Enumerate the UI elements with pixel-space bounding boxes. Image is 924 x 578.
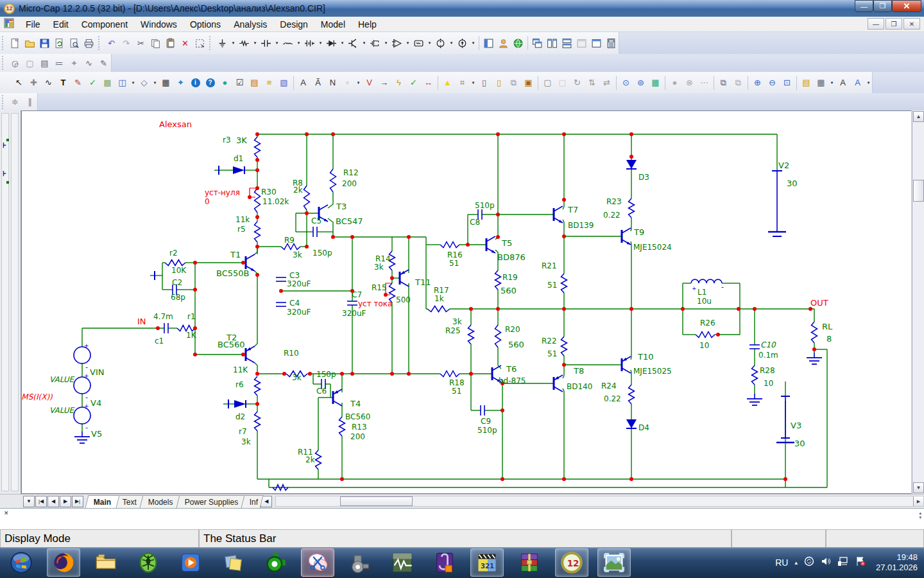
- box-select-button[interactable]: ▢: [540, 76, 555, 90]
- vertical-scroll-thumb[interactable]: [913, 180, 924, 202]
- menu-component[interactable]: Component: [75, 18, 134, 31]
- strip-close-icon[interactable]: ✕: [4, 510, 9, 516]
- redo-button[interactable]: ↷: [119, 36, 133, 50]
- menu-analysis[interactable]: Analysis: [227, 18, 273, 31]
- lines-button[interactable]: ≡: [262, 76, 277, 90]
- child-restore-button[interactable]: ❐: [886, 18, 902, 30]
- media-player[interactable]: [174, 548, 207, 577]
- node-caret[interactable]: ▾: [151, 76, 158, 90]
- find-button[interactable]: ⊙: [619, 76, 633, 90]
- opamp-component-button-caret[interactable]: ▾: [404, 36, 411, 50]
- font-button[interactable]: A: [835, 76, 850, 90]
- line-draw-button[interactable]: ✎: [71, 76, 85, 90]
- start-button[interactable]: [4, 548, 38, 577]
- stop-button[interactable]: ⊗: [682, 76, 697, 90]
- go-button[interactable]: ●: [667, 76, 682, 90]
- tab-list-button[interactable]: ▼: [23, 496, 35, 507]
- prev-page-button[interactable]: ◀: [47, 496, 59, 507]
- menu-design[interactable]: Design: [273, 18, 314, 31]
- tab-main[interactable]: Main: [85, 495, 120, 508]
- volume-tray-icon[interactable]: [821, 556, 831, 569]
- preferences-button[interactable]: ▤: [37, 56, 52, 70]
- clip-app[interactable]: [428, 548, 461, 577]
- child-minimize-button[interactable]: —: [868, 18, 884, 30]
- first-page-button[interactable]: |◀: [35, 496, 47, 507]
- zoom-area-button[interactable]: ⊡: [780, 76, 794, 90]
- spelling-button[interactable]: A: [850, 76, 865, 90]
- tile-vertical-button[interactable]: [545, 36, 560, 50]
- fixed-window-button[interactable]: ▢: [22, 56, 37, 70]
- page-view-button[interactable]: ▤: [799, 76, 814, 90]
- text-mode-button[interactable]: T: [56, 76, 71, 90]
- copy-button[interactable]: [148, 36, 163, 50]
- run-list-button[interactable]: ≔: [52, 56, 67, 70]
- flag-mode-button[interactable]: ✓: [85, 76, 100, 90]
- language-indicator[interactable]: RU: [775, 557, 788, 568]
- web-update-button[interactable]: [511, 36, 526, 50]
- macro-component-button[interactable]: [411, 36, 426, 50]
- shape-mode-button[interactable]: ◫: [115, 76, 130, 90]
- diode-component-button[interactable]: [324, 36, 339, 50]
- capacitor-component-button[interactable]: [259, 36, 273, 50]
- cut-button[interactable]: ✂: [133, 36, 148, 50]
- scroll-down-button[interactable]: ▼: [913, 482, 924, 493]
- show-off-button[interactable]: ▫: [340, 76, 355, 90]
- resistor-component-button-caret[interactable]: ▾: [252, 36, 259, 50]
- spider-app[interactable]: [132, 548, 165, 577]
- menu-help[interactable]: Help: [352, 18, 383, 31]
- capacitor-component-button-caret[interactable]: ▾: [273, 36, 280, 50]
- voltage-source-component-button[interactable]: [433, 36, 448, 50]
- page-add-button[interactable]: ▯: [477, 76, 492, 90]
- horizontal-scroll-thumb[interactable]: [340, 496, 413, 506]
- excel-button[interactable]: ▦: [648, 76, 663, 90]
- overlap-window-button[interactable]: [574, 36, 589, 50]
- tile-horizontal-button[interactable]: [560, 36, 574, 50]
- box-off-button[interactable]: ▢: [555, 76, 570, 90]
- new-file-button[interactable]: [8, 36, 22, 50]
- print-button[interactable]: [81, 36, 96, 50]
- animate-options-button[interactable]: ◶: [8, 56, 22, 70]
- mosfet-component-button[interactable]: [368, 36, 382, 50]
- show-nodes-button[interactable]: N: [325, 76, 340, 90]
- save-file-button[interactable]: [37, 36, 52, 50]
- plot-edit-button[interactable]: ✎: [96, 56, 111, 70]
- info-button[interactable]: i: [188, 76, 203, 90]
- table-button[interactable]: ▦: [158, 76, 173, 90]
- menu-file[interactable]: File: [19, 18, 47, 31]
- toolbar-grip[interactable]: [209, 36, 213, 50]
- toolbar-grip[interactable]: [2, 56, 6, 70]
- scroll-up-button[interactable]: ▲: [913, 111, 924, 122]
- link-button[interactable]: ⧉: [506, 76, 521, 90]
- sync-tray-icon[interactable]: [804, 556, 814, 569]
- warning-button[interactable]: ▲: [440, 76, 455, 90]
- media-player-classic[interactable]: 321: [470, 548, 504, 577]
- battery-component-button[interactable]: [302, 36, 317, 50]
- flame-button[interactable]: ✦: [173, 76, 188, 90]
- delete-button[interactable]: ✕: [178, 36, 193, 50]
- cascade-windows-button[interactable]: [530, 36, 545, 50]
- close-button[interactable]: ✕: [892, 0, 921, 12]
- select-mode-button[interactable]: ↖: [12, 76, 26, 90]
- diode-component-button-caret[interactable]: ▾: [339, 36, 346, 50]
- last-page-button[interactable]: ▶|: [72, 496, 83, 507]
- grid-caret[interactable]: ▾: [470, 76, 477, 90]
- scroll-right-button[interactable]: ▶: [913, 496, 923, 506]
- calculator-button[interactable]: [604, 36, 619, 50]
- more-button[interactable]: ⋯: [697, 76, 712, 90]
- zoom-in-button[interactable]: ⊕: [750, 76, 765, 90]
- pin-voltage-button[interactable]: V: [362, 76, 377, 90]
- macro-component-button-caret[interactable]: ▾: [426, 36, 433, 50]
- mode-grid-button[interactable]: ▦: [814, 76, 828, 90]
- text-edit-strip[interactable]: ✕ ▴▾: [0, 508, 924, 529]
- help-button[interactable]: ?: [203, 76, 218, 90]
- checkbox-button[interactable]: ☑: [232, 76, 247, 90]
- tab-models[interactable]: Models: [140, 495, 182, 508]
- component-panel-button[interactable]: [481, 36, 496, 50]
- ground-component-button-caret[interactable]: ▾: [230, 36, 237, 50]
- next-page-button[interactable]: ▶: [60, 496, 71, 507]
- revert-file-button[interactable]: [52, 36, 67, 50]
- menu-options[interactable]: Options: [184, 18, 227, 31]
- opamp-component-button[interactable]: [389, 36, 404, 50]
- paste-button[interactable]: [163, 36, 178, 50]
- clock[interactable]: 19:48 27.01.2026: [872, 552, 918, 573]
